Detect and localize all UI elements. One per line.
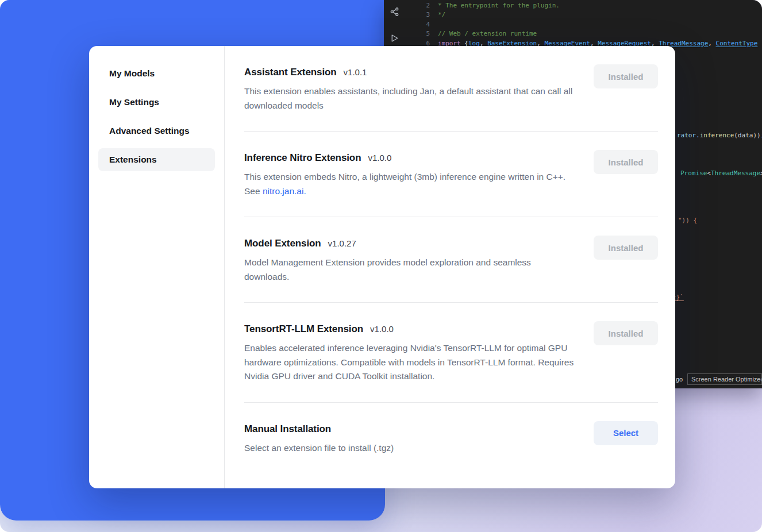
extension-description: This extension enables assistants, inclu…: [244, 84, 578, 113]
code-line: 5// Web / extension runtime: [405, 29, 762, 38]
line-number: 3: [405, 10, 430, 20]
extension-description-text: This extension enables assistants, inclu…: [244, 86, 572, 110]
extension-title: Manual Installation: [244, 423, 331, 434]
extension-info: Assistant Extensionv1.0.1 This extension…: [244, 64, 578, 113]
extension-title: TensortRT-LLM Extension: [244, 323, 363, 334]
extension-action-button[interactable]: Installed: [594, 236, 658, 260]
line-number: 5: [405, 29, 430, 38]
extension-description: Select an extension file to install (.tg…: [244, 441, 394, 456]
extension-info: Inference Nitro Extensionv1.0.0 This ext…: [244, 150, 578, 198]
extension-description-text: Enables accelerated inference leveraging…: [244, 343, 574, 381]
code-fragment: Promise<ThreadMessage>: [680, 169, 762, 177]
extension-title: Assistant Extension: [244, 67, 337, 78]
extension-title-row: TensortRT-LLM Extensionv1.0.0: [244, 321, 578, 337]
extension-description: This extension embeds Nitro, a lightweig…: [244, 170, 578, 198]
screen: 2* The entrypoint for the plugin. 3*/ 4 …: [0, 0, 762, 532]
code-line: 2* The entrypoint for the plugin.: [405, 1, 762, 10]
extension-description-link[interactable]: nitro.jan.ai.: [263, 186, 306, 196]
extension-row: Inference Nitro Extensionv1.0.0 This ext…: [244, 132, 658, 217]
share-graph-icon[interactable]: [390, 7, 399, 17]
extension-title-row: Manual Installation: [244, 421, 394, 437]
extension-title: Model Extension: [244, 238, 321, 249]
extension-version: v1.0.27: [328, 238, 356, 248]
line-number: 4: [405, 20, 430, 29]
extension-action-button[interactable]: Installed: [594, 150, 658, 174]
extension-info: Manual Installation Select an extension …: [244, 421, 394, 456]
run-triangle-icon[interactable]: [390, 33, 399, 43]
sidebar-item[interactable]: My Settings: [98, 91, 215, 114]
extension-title: Inference Nitro Extension: [244, 152, 361, 163]
extension-description: Model Management Extension provides mode…: [244, 256, 578, 284]
sidebar-item-label: Advanced Settings: [109, 126, 190, 136]
extension-version: v1.0.1: [344, 67, 367, 77]
sidebar-item[interactable]: Extensions: [98, 148, 215, 171]
extension-row: Model Extensionv1.0.27 Model Management …: [244, 217, 658, 303]
extension-info: Model Extensionv1.0.27 Model Management …: [244, 236, 578, 284]
extension-description: Enables accelerated inference leveraging…: [244, 341, 578, 384]
extensions-list: Assistant Extensionv1.0.1 This extension…: [225, 46, 675, 488]
sidebar-item-label: My Settings: [109, 97, 159, 107]
line-number: 2: [405, 1, 430, 10]
extension-title-row: Model Extensionv1.0.27: [244, 236, 578, 251]
import-identifier: ContentType: [716, 40, 758, 47]
settings-modal: My Models My Settings Advanced Settings …: [89, 46, 675, 488]
code-fragment: ")) {: [678, 217, 697, 224]
extension-description-text: Select an extension file to install (.tg…: [244, 443, 394, 453]
extension-title-row: Assistant Extensionv1.0.1: [244, 64, 578, 80]
extension-row: Manual Installation Select an extension …: [244, 403, 658, 474]
sidebar-item[interactable]: Advanced Settings: [98, 119, 215, 142]
code-fragment: rator.inference(data));: [677, 132, 762, 139]
extension-action-button[interactable]: Select: [594, 421, 658, 445]
extension-version: v1.0.0: [368, 153, 391, 163]
extension-info: TensortRT-LLM Extensionv1.0.0 Enables ac…: [244, 321, 578, 384]
extension-action-button[interactable]: Installed: [594, 321, 658, 345]
extension-row: TensortRT-LLM Extensionv1.0.0 Enables ac…: [244, 303, 658, 403]
settings-sidebar: My Models My Settings Advanced Settings …: [89, 46, 225, 488]
code-line: 4: [405, 20, 762, 29]
statusbar-text: go: [676, 376, 683, 383]
screen-reader-notice[interactable]: Screen Reader Optimized: [687, 373, 762, 385]
extension-version: v1.0.0: [370, 324, 394, 334]
extension-action-button[interactable]: Installed: [594, 64, 658, 88]
extension-row: Assistant Extensionv1.0.1 This extension…: [244, 46, 658, 132]
extension-description-text: Model Management Extension provides mode…: [244, 257, 531, 282]
sidebar-item-label: My Models: [109, 68, 155, 78]
extension-title-row: Inference Nitro Extensionv1.0.0: [244, 150, 578, 165]
code-line: 3*/: [405, 10, 762, 20]
code-lines: 2* The entrypoint for the plugin. 3*/ 4 …: [405, 1, 762, 48]
sidebar-item[interactable]: My Models: [98, 62, 215, 85]
sidebar-item-label: Extensions: [109, 155, 157, 164]
